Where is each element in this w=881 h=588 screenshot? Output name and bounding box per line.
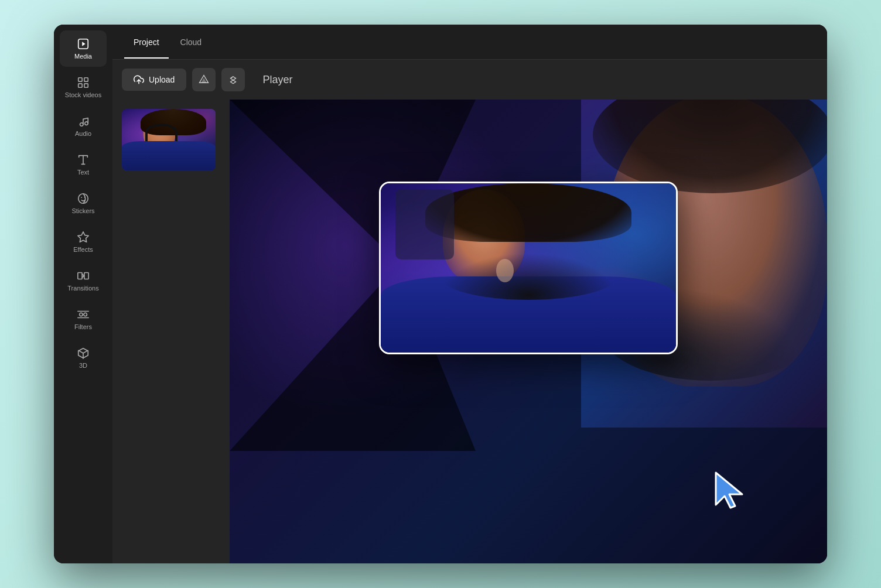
tab-bar: Project Cloud <box>112 25 827 60</box>
app-window: Media Stock videos Audio <box>54 25 827 563</box>
background-scene <box>230 100 827 563</box>
sidebar-item-text[interactable]: Text <box>60 146 107 183</box>
dropbox-button[interactable] <box>221 68 245 91</box>
star-icon <box>77 231 90 244</box>
svg-rect-15 <box>84 273 88 279</box>
drive-icon <box>199 74 209 85</box>
zoom-card-neck <box>496 259 514 282</box>
zoom-card-chair <box>395 189 454 259</box>
sidebar-item-stickers[interactable]: Stickers <box>60 185 107 221</box>
tab-project[interactable]: Project <box>124 33 169 52</box>
sidebar: Media Stock videos Audio <box>54 25 112 563</box>
sidebar-item-stock-videos[interactable]: Stock videos <box>60 69 107 105</box>
svg-rect-2 <box>78 78 82 81</box>
sidebar-item-audio-label: Audio <box>75 130 91 137</box>
svg-rect-5 <box>84 84 88 87</box>
svg-point-11 <box>81 197 82 198</box>
sidebar-item-effects[interactable]: Effects <box>60 224 107 260</box>
player-label: Player <box>262 74 292 86</box>
upload-button[interactable]: Upload <box>122 69 186 91</box>
toolbar: Upload Player <box>112 60 827 100</box>
zoom-card <box>379 182 678 354</box>
sidebar-item-text-label: Text <box>77 169 89 176</box>
sticker-icon <box>77 192 90 205</box>
svg-marker-29 <box>716 473 742 508</box>
dropbox-icon <box>228 74 238 85</box>
zoom-card-headphones <box>440 253 617 300</box>
main-content: Project Cloud Upload <box>112 25 827 563</box>
sidebar-item-3d-label: 3D <box>79 362 87 369</box>
google-drive-button[interactable] <box>192 68 216 91</box>
sidebar-item-transitions-label: Transitions <box>67 285 98 292</box>
media-thumbnail[interactable] <box>122 109 216 170</box>
sidebar-item-effects-label: Effects <box>73 246 93 253</box>
svg-marker-13 <box>78 232 88 242</box>
svg-point-12 <box>84 197 86 198</box>
cube-icon <box>77 347 90 360</box>
transitions-icon <box>77 269 90 282</box>
svg-rect-14 <box>78 273 82 279</box>
tab-cloud[interactable]: Cloud <box>171 33 211 52</box>
svg-rect-3 <box>84 78 88 81</box>
type-icon <box>77 153 90 166</box>
svg-line-26 <box>231 77 234 78</box>
filters-icon <box>77 308 90 321</box>
panel-layout <box>112 100 827 563</box>
sidebar-item-media[interactable]: Media <box>60 30 107 67</box>
music-icon <box>77 115 90 128</box>
grid-icon <box>77 76 90 89</box>
svg-marker-1 <box>82 42 86 46</box>
zoom-card-hair <box>425 183 632 242</box>
svg-point-19 <box>84 313 87 316</box>
sidebar-item-3d[interactable]: 3D <box>60 340 107 376</box>
play-square-icon <box>77 37 90 50</box>
svg-point-18 <box>80 313 83 316</box>
preview-panel <box>230 100 827 563</box>
upload-icon <box>134 74 144 85</box>
sidebar-item-transitions[interactable]: Transitions <box>60 262 107 299</box>
svg-point-10 <box>78 194 88 204</box>
media-panel-left <box>112 100 230 563</box>
sidebar-item-stickers-label: Stickers <box>71 207 94 214</box>
sidebar-item-stock-label: Stock videos <box>65 91 101 98</box>
cursor-arrow <box>713 470 751 511</box>
sidebar-item-filters[interactable]: Filters <box>60 301 107 337</box>
sidebar-item-media-label: Media <box>74 53 92 60</box>
sidebar-item-filters-label: Filters <box>74 323 92 330</box>
svg-rect-4 <box>78 84 82 87</box>
sidebar-item-audio[interactable]: Audio <box>60 108 107 144</box>
